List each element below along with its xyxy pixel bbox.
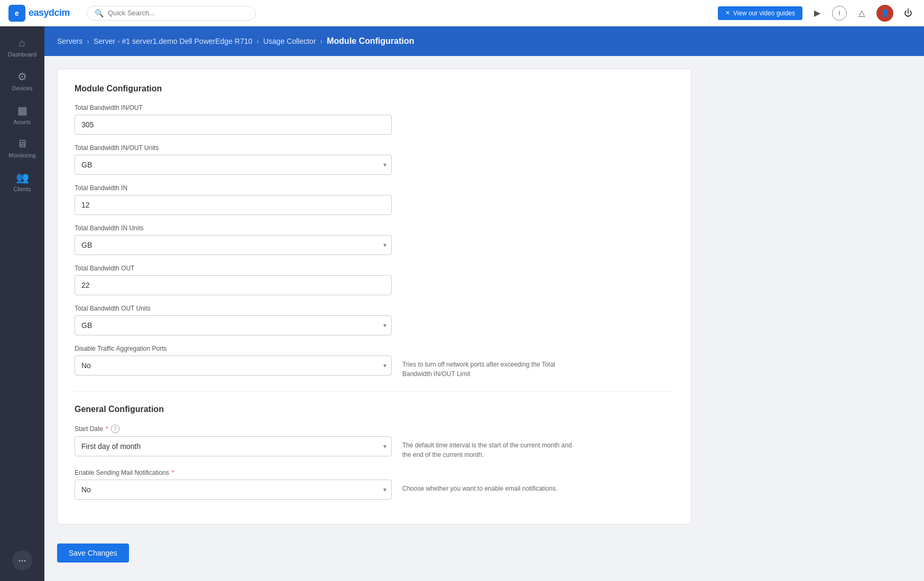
field-enable-mail: Enable Sending Mail Notifications * NoYe… bbox=[75, 469, 674, 500]
sidebar-label-assets: Assets bbox=[13, 119, 31, 125]
sidebar-item-clients[interactable]: 👥 Clients bbox=[4, 166, 41, 198]
label-total-bandwidth-out: Total Bandwidth OUT bbox=[75, 265, 674, 272]
field-total-bandwidth-out: Total Bandwidth OUT bbox=[75, 265, 674, 295]
breadcrumb-sep-2: › bbox=[256, 37, 259, 45]
page-content: Module Configuration Total Bandwidth IN/… bbox=[44, 56, 924, 581]
sidebar: ⌂ Dashboard ⚙ Devices ▦ Assets 🖥 Monitor… bbox=[0, 26, 44, 581]
info-icon[interactable]: i bbox=[832, 6, 847, 21]
breadcrumb-bar: Servers › Server - #1 server1.demo Dell … bbox=[44, 26, 924, 56]
sidebar-label-dashboard: Dashboard bbox=[8, 51, 36, 58]
select-wrap-total-bandwidth-inout-units: GBTBMB ▾ bbox=[75, 155, 392, 175]
topbar-right: ✕ View our video guides ▶ i △ 👤 ⏻ bbox=[718, 5, 916, 22]
breadcrumb-sep-1: › bbox=[87, 37, 89, 45]
label-total-bandwidth-in-units: Total Bandwidth IN Units bbox=[75, 224, 674, 232]
ellipsis-icon: ··· bbox=[18, 555, 26, 566]
select-wrap-total-bandwidth-in-units: GBTBMB ▾ bbox=[75, 235, 392, 255]
start-date-hint: The default time interval is the start o… bbox=[402, 436, 582, 460]
breadcrumb-usage-collector[interactable]: Usage Collector bbox=[263, 37, 316, 45]
row-total-bandwidth-in bbox=[75, 195, 674, 215]
label-total-bandwidth-inout-units: Total Bandwidth IN/OUT Units bbox=[75, 144, 674, 152]
total-bandwidth-out-input[interactable] bbox=[75, 275, 392, 295]
row-start-date: First day of monthCustom date ▾ The defa… bbox=[75, 436, 674, 460]
breadcrumb-current: Module Configuration bbox=[327, 36, 414, 46]
total-bandwidth-inout-input[interactable] bbox=[75, 115, 392, 135]
input-wrap-total-bandwidth-out bbox=[75, 275, 392, 295]
module-config-title: Module Configuration bbox=[75, 84, 674, 93]
field-start-date: Start Date * ? First day of monthCustom … bbox=[75, 425, 674, 460]
main-layout: ⌂ Dashboard ⚙ Devices ▦ Assets 🖥 Monitor… bbox=[0, 26, 924, 581]
select-wrap-disable-traffic: NoYes ▾ bbox=[75, 355, 392, 376]
enable-mail-select[interactable]: NoYes bbox=[75, 480, 392, 500]
row-total-bandwidth-out bbox=[75, 275, 674, 295]
sidebar-label-clients: Clients bbox=[13, 186, 31, 192]
breadcrumb-servers[interactable]: Servers bbox=[57, 37, 82, 45]
form-card: Module Configuration Total Bandwidth IN/… bbox=[57, 69, 691, 524]
disable-traffic-hint: Tries to turn off network ports after ex… bbox=[402, 355, 582, 379]
video-guides-button[interactable]: ✕ View our video guides bbox=[718, 6, 802, 20]
required-star-mail: * bbox=[172, 469, 174, 476]
select-wrap-enable-mail: NoYes ▾ bbox=[75, 480, 392, 500]
row-disable-traffic: NoYes ▾ Tries to turn off network ports … bbox=[75, 355, 674, 379]
total-bandwidth-inout-units-select[interactable]: GBTBMB bbox=[75, 155, 392, 175]
total-bandwidth-in-input[interactable] bbox=[75, 195, 392, 215]
field-total-bandwidth-inout-units: Total Bandwidth IN/OUT Units GBTBMB ▾ bbox=[75, 144, 674, 175]
save-changes-button[interactable]: Save Changes bbox=[57, 543, 129, 563]
field-total-bandwidth-in-units: Total Bandwidth IN Units GBTBMB ▾ bbox=[75, 224, 674, 255]
sidebar-item-devices[interactable]: ⚙ Devices bbox=[4, 65, 41, 97]
people-icon: 👥 bbox=[16, 171, 29, 184]
row-enable-mail: NoYes ▾ Choose whether you want to enabl… bbox=[75, 480, 674, 500]
sidebar-label-devices: Devices bbox=[12, 85, 32, 91]
sidebar-item-dashboard[interactable]: ⌂ Dashboard bbox=[4, 32, 41, 63]
close-small-icon: ✕ bbox=[725, 10, 730, 16]
general-config-title: General Configuration bbox=[75, 405, 674, 414]
input-wrap-total-bandwidth-inout bbox=[75, 115, 392, 135]
breadcrumb-sep-3: › bbox=[320, 37, 323, 45]
search-input[interactable] bbox=[108, 9, 248, 17]
label-total-bandwidth-out-units: Total Bandwidth OUT Units bbox=[75, 305, 674, 312]
label-enable-mail: Enable Sending Mail Notifications * bbox=[75, 469, 674, 476]
play-icon[interactable]: ▶ bbox=[810, 6, 825, 21]
search-icon: 🔍 bbox=[95, 9, 104, 17]
logo-icon: e bbox=[8, 5, 25, 22]
monitor-icon: 🖥 bbox=[17, 138, 27, 150]
label-disable-traffic: Disable Traffic Aggregation Ports bbox=[75, 345, 674, 352]
field-disable-traffic: Disable Traffic Aggregation Ports NoYes … bbox=[75, 345, 674, 379]
sidebar-item-monitoring[interactable]: 🖥 Monitoring bbox=[4, 133, 41, 164]
start-date-select[interactable]: First day of monthCustom date bbox=[75, 436, 392, 456]
disable-traffic-select[interactable]: NoYes bbox=[75, 355, 392, 376]
total-bandwidth-in-units-select[interactable]: GBTBMB bbox=[75, 235, 392, 255]
help-icon-start-date[interactable]: ? bbox=[111, 425, 119, 433]
row-total-bandwidth-inout bbox=[75, 115, 674, 135]
sidebar-item-assets[interactable]: ▦ Assets bbox=[4, 99, 41, 130]
logo-text: easydcim bbox=[29, 7, 70, 18]
grid-icon: ▦ bbox=[17, 104, 27, 117]
label-total-bandwidth-in: Total Bandwidth IN bbox=[75, 184, 674, 192]
video-guides-label: View our video guides bbox=[733, 10, 795, 17]
input-wrap-total-bandwidth-in bbox=[75, 195, 392, 215]
avatar[interactable]: 👤 bbox=[876, 5, 893, 22]
breadcrumb-server-detail[interactable]: Server - #1 server1.demo Dell PowerEdge … bbox=[94, 37, 252, 45]
enable-mail-hint: Choose whether you want to enable email … bbox=[402, 480, 582, 493]
sidebar-label-monitoring: Monitoring bbox=[8, 152, 35, 158]
label-start-date: Start Date * ? bbox=[75, 425, 674, 433]
search-bar[interactable]: 🔍 bbox=[87, 6, 256, 21]
save-area: Save Changes bbox=[57, 535, 911, 563]
field-total-bandwidth-inout: Total Bandwidth IN/OUT bbox=[75, 104, 674, 135]
content-area: Servers › Server - #1 server1.demo Dell … bbox=[44, 26, 924, 581]
label-total-bandwidth-inout: Total Bandwidth IN/OUT bbox=[75, 104, 674, 111]
field-total-bandwidth-in: Total Bandwidth IN bbox=[75, 184, 674, 215]
sidebar-more-button[interactable]: ··· bbox=[12, 550, 32, 570]
power-icon[interactable]: ⏻ bbox=[901, 6, 916, 21]
topbar: e easydcim 🔍 ✕ View our video guides ▶ i… bbox=[0, 0, 924, 26]
field-total-bandwidth-out-units: Total Bandwidth OUT Units GBTBMB ▾ bbox=[75, 305, 674, 335]
gear-icon: ⚙ bbox=[17, 70, 27, 83]
select-wrap-start-date: First day of monthCustom date ▾ bbox=[75, 436, 392, 456]
section-divider bbox=[75, 391, 674, 392]
logo-area: e easydcim bbox=[8, 5, 70, 22]
required-star-start-date: * bbox=[106, 425, 108, 433]
alert-icon[interactable]: △ bbox=[854, 6, 869, 21]
select-wrap-total-bandwidth-out-units: GBTBMB ▾ bbox=[75, 315, 392, 335]
home-icon: ⌂ bbox=[19, 37, 25, 49]
total-bandwidth-out-units-select[interactable]: GBTBMB bbox=[75, 315, 392, 335]
